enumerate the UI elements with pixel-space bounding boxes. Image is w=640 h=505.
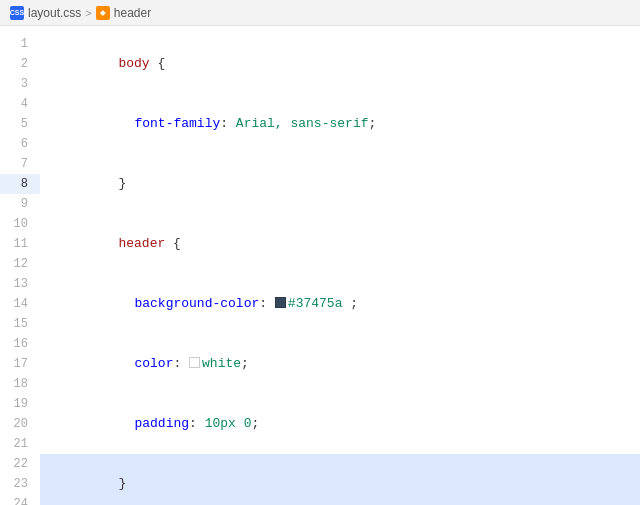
- line-num-1: 1: [0, 34, 40, 54]
- token-color-val: white: [202, 356, 241, 371]
- line-num-18: 18: [0, 374, 40, 394]
- line-num-21: 21: [0, 434, 40, 454]
- token-color-prop: color: [134, 356, 173, 371]
- color-swatch-37475a: [275, 297, 286, 308]
- token-body-selector: body: [118, 56, 149, 71]
- token-brace-close-2: }: [118, 476, 126, 491]
- css-file-icon: CSS: [10, 6, 24, 20]
- token-bg-color-prop: background-color: [134, 296, 259, 311]
- line-num-10: 10: [0, 214, 40, 234]
- breadcrumb-selector[interactable]: ◆ header: [96, 6, 151, 20]
- code-line-2: font-family: Arial, sans-serif;: [40, 94, 640, 154]
- token-padding-val: 10px 0: [205, 416, 252, 431]
- token-colon-3: :: [173, 356, 189, 371]
- line-num-4: 4: [0, 94, 40, 114]
- line-num-23: 23: [0, 474, 40, 494]
- editor-container: CSS layout.css > ◆ header 1 2 3 4 5 6 7 …: [0, 0, 640, 505]
- code-line-8: }: [40, 454, 640, 505]
- breadcrumb-selector-name: header: [114, 6, 151, 20]
- token-header-selector: header: [118, 236, 165, 251]
- line-num-20: 20: [0, 414, 40, 434]
- token-semi-2: ;: [342, 296, 358, 311]
- code-line-7: padding: 10px 0;: [40, 394, 640, 454]
- color-swatch-white: [189, 357, 200, 368]
- line-num-22: 22: [0, 454, 40, 474]
- line-num-3: 3: [0, 74, 40, 94]
- line-numbers: 1 2 3 4 5 6 7 8 9 10 11 12 13 14 15 16 1…: [0, 26, 40, 505]
- token-semi-1: ;: [368, 116, 376, 131]
- line-num-7: 7: [0, 154, 40, 174]
- token-brace-open-1: {: [150, 56, 166, 71]
- token-padding-prop: padding: [134, 416, 189, 431]
- code-line-3: }: [40, 154, 640, 214]
- token-colon-4: :: [189, 416, 205, 431]
- line-num-2: 2: [0, 54, 40, 74]
- code-line-1: body {: [40, 34, 640, 94]
- token-semi-4: ;: [251, 416, 259, 431]
- token-colon-1: :: [220, 116, 236, 131]
- code-line-6: color: white;: [40, 334, 640, 394]
- line-num-11: 11: [0, 234, 40, 254]
- code-line-4: header {: [40, 214, 640, 274]
- line-num-17: 17: [0, 354, 40, 374]
- line-num-24: 24: [0, 494, 40, 505]
- line-num-15: 15: [0, 314, 40, 334]
- token-font-family-prop: font-family: [134, 116, 220, 131]
- breadcrumb-bar: CSS layout.css > ◆ header: [0, 0, 640, 26]
- token-bg-color-val: #37475a: [288, 296, 343, 311]
- code-line-5: background-color: #37475a ;: [40, 274, 640, 334]
- token-colon-2: :: [259, 296, 275, 311]
- breadcrumb-file-name: layout.css: [28, 6, 81, 20]
- line-num-13: 13: [0, 274, 40, 294]
- line-num-14: 14: [0, 294, 40, 314]
- token-semi-3: ;: [241, 356, 249, 371]
- selector-icon: ◆: [96, 6, 110, 20]
- breadcrumb-file[interactable]: CSS layout.css: [10, 6, 81, 20]
- breadcrumb-separator-1: >: [85, 7, 91, 19]
- token-brace-open-2: {: [165, 236, 181, 251]
- code-area: 1 2 3 4 5 6 7 8 9 10 11 12 13 14 15 16 1…: [0, 26, 640, 505]
- line-num-8: 8: [0, 174, 40, 194]
- line-num-6: 6: [0, 134, 40, 154]
- line-num-5: 5: [0, 114, 40, 134]
- token-font-family-val: Arial, sans-serif: [236, 116, 369, 131]
- line-num-19: 19: [0, 394, 40, 414]
- code-content[interactable]: body { font-family: Arial, sans-serif; }…: [40, 26, 640, 505]
- line-num-9: 9: [0, 194, 40, 214]
- line-num-16: 16: [0, 334, 40, 354]
- line-num-12: 12: [0, 254, 40, 274]
- token-brace-close-1: }: [118, 176, 126, 191]
